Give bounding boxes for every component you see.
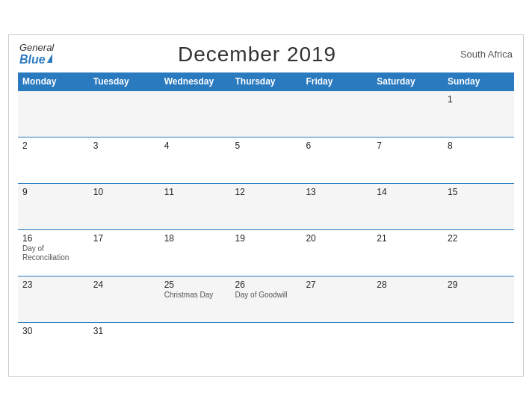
calendar-cell (301, 322, 372, 368)
day-number: 8 (448, 140, 510, 151)
calendar-cell (160, 90, 231, 137)
day-number: 7 (377, 140, 439, 151)
week-row-4: 16Day ofReconciliation171819202122 (18, 229, 514, 276)
calendar-cell (231, 322, 302, 368)
calendar-cell: 27 (301, 276, 372, 322)
calendar-cell (231, 90, 302, 137)
day-number: 9 (22, 187, 84, 197)
calendar-cell: 8 (443, 137, 514, 183)
day-number: 11 (164, 187, 226, 197)
day-number: 30 (22, 326, 84, 336)
calendar-cell: 10 (89, 183, 160, 229)
calendar-cell (89, 90, 160, 137)
calendar-cell (443, 322, 514, 368)
day-number: 5 (235, 140, 297, 151)
day-number: 14 (377, 187, 439, 197)
day-number: 24 (93, 279, 155, 290)
col-header-thursday: Thursday (231, 72, 302, 91)
calendar-cell: 13 (301, 183, 372, 229)
calendar: General Blue December 2019 South Africa … (8, 34, 524, 377)
logo: General Blue (19, 43, 54, 67)
calendar-cell: 6 (301, 137, 372, 183)
day-number: 6 (306, 140, 368, 151)
calendar-cell: 18 (160, 229, 231, 276)
week-row-5: 232425Christmas Day26Day of Goodwill2728… (18, 276, 514, 322)
day-number: 27 (306, 279, 368, 290)
day-number: 2 (22, 140, 84, 151)
calendar-cell: 29 (443, 276, 514, 322)
week-row-2: 2345678 (18, 137, 514, 183)
calendar-cell: 21 (372, 229, 443, 276)
calendar-cell: 26Day of Goodwill (231, 276, 302, 322)
day-number: 23 (22, 279, 84, 290)
calendar-cell (372, 322, 443, 368)
col-header-sunday: Sunday (443, 72, 514, 91)
calendar-cell: 5 (231, 137, 302, 183)
col-header-saturday: Saturday (372, 72, 443, 91)
week-row-6: 3031 (18, 322, 514, 368)
calendar-cell: 31 (89, 322, 160, 368)
calendar-cell: 4 (160, 137, 231, 183)
day-number: 1 (448, 94, 510, 105)
calendar-header-row: MondayTuesdayWednesdayThursdayFridaySatu… (18, 72, 514, 91)
calendar-cell: 9 (18, 183, 89, 229)
col-header-wednesday: Wednesday (160, 72, 231, 91)
day-number: 4 (164, 140, 226, 151)
day-number: 31 (93, 326, 155, 336)
calendar-cell: 16Day ofReconciliation (18, 229, 89, 276)
week-row-3: 9101112131415 (18, 183, 514, 229)
holiday-label: Day of Goodwill (235, 291, 297, 300)
col-header-monday: Monday (18, 72, 89, 91)
calendar-cell: 11 (160, 183, 231, 229)
holiday-label: Day ofReconciliation (22, 244, 84, 262)
day-number: 17 (93, 233, 155, 244)
calendar-cell (160, 322, 231, 368)
day-number: 3 (93, 140, 155, 151)
day-number: 19 (235, 233, 297, 244)
calendar-title: December 2019 (178, 43, 336, 67)
calendar-cell: 20 (301, 229, 372, 276)
logo-general-text: General (19, 43, 54, 53)
calendar-cell: 15 (443, 183, 514, 229)
calendar-cell: 24 (89, 276, 160, 322)
calendar-cell: 14 (372, 183, 443, 229)
calendar-tbody: 12345678910111213141516Day ofReconciliat… (18, 90, 514, 368)
day-number: 25 (164, 279, 226, 290)
col-header-tuesday: Tuesday (89, 72, 160, 91)
calendar-cell (18, 90, 89, 137)
day-number: 21 (377, 233, 439, 244)
calendar-cell: 23 (18, 276, 89, 322)
day-number: 16 (22, 233, 84, 244)
calendar-cell: 2 (18, 137, 89, 183)
calendar-cell: 19 (231, 229, 302, 276)
day-number: 18 (164, 233, 226, 244)
calendar-cell: 7 (372, 137, 443, 183)
holiday-label: Christmas Day (164, 291, 226, 300)
day-number: 12 (235, 187, 297, 197)
day-number: 20 (306, 233, 368, 244)
day-number: 28 (377, 279, 439, 290)
day-number: 15 (448, 187, 510, 197)
day-number: 29 (448, 279, 510, 290)
day-number: 13 (306, 187, 368, 197)
day-number: 26 (235, 279, 297, 290)
calendar-cell: 25Christmas Day (160, 276, 231, 322)
logo-triangle-icon (47, 54, 52, 63)
calendar-cell (372, 90, 443, 137)
calendar-cell: 1 (443, 90, 514, 137)
calendar-thead: MondayTuesdayWednesdayThursdayFridaySatu… (18, 72, 514, 91)
day-number: 22 (448, 233, 510, 244)
calendar-cell: 22 (443, 229, 514, 276)
calendar-cell (301, 90, 372, 137)
calendar-country: South Africa (460, 49, 513, 60)
calendar-cell: 30 (18, 322, 89, 368)
calendar-cell: 3 (89, 137, 160, 183)
calendar-grid: MondayTuesdayWednesdayThursdayFridaySatu… (18, 72, 514, 369)
calendar-header: General Blue December 2019 South Africa (18, 43, 514, 67)
calendar-cell: 17 (89, 229, 160, 276)
week-row-1: 1 (18, 90, 514, 137)
day-number: 10 (93, 187, 155, 197)
col-header-friday: Friday (301, 72, 372, 91)
logo-blue-text: Blue (19, 53, 46, 67)
calendar-cell: 12 (231, 183, 302, 229)
